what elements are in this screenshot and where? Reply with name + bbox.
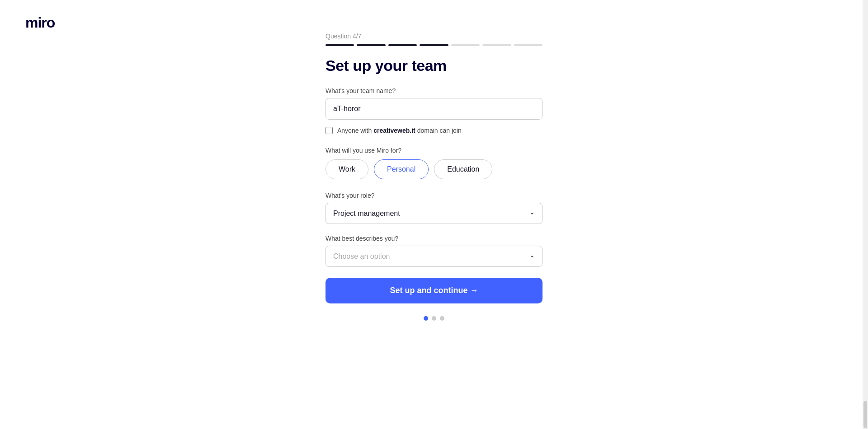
dot-1: [424, 316, 428, 321]
progress-segment-2: [357, 44, 385, 46]
progress-segment-5: [451, 44, 480, 46]
use-for-label: What will you use Miro for?: [326, 147, 542, 154]
team-name-input[interactable]: [326, 98, 542, 120]
option-education[interactable]: Education: [434, 159, 492, 179]
scrollbar-thumb[interactable]: [863, 401, 867, 428]
role-select[interactable]: Project management Engineering Design Ma…: [326, 203, 542, 224]
page-title: Set up your team: [326, 57, 542, 75]
main-container: Question 4/7 Set up your team What's you…: [0, 0, 868, 429]
dot-2: [432, 316, 436, 321]
submit-button[interactable]: Set up and continue →: [326, 278, 542, 303]
describe-select[interactable]: Choose an option Individual contributor …: [326, 246, 542, 267]
question-label: Question 4/7: [326, 33, 542, 40]
team-name-label: What's your team name?: [326, 87, 542, 94]
miro-logo: miro: [25, 14, 55, 31]
progress-segment-4: [420, 44, 448, 46]
role-label: What's your role?: [326, 192, 542, 199]
domain-checkbox-row: Anyone with creativeweb.it domain can jo…: [326, 127, 542, 134]
form-container: Question 4/7 Set up your team What's you…: [326, 33, 542, 321]
progress-segment-3: [388, 44, 417, 46]
pagination-dots: [326, 316, 542, 321]
dot-3: [440, 316, 444, 321]
describe-label: What best describes you?: [326, 235, 542, 242]
progress-segment-1: [326, 44, 354, 46]
scrollbar[interactable]: [863, 0, 868, 429]
option-personal[interactable]: Personal: [374, 159, 429, 179]
progress-segment-7: [514, 44, 542, 46]
use-for-button-group: Work Personal Education: [326, 159, 542, 179]
domain-checkbox[interactable]: [326, 127, 333, 134]
progress-bar: [326, 44, 542, 46]
option-work[interactable]: Work: [326, 159, 368, 179]
progress-segment-6: [482, 44, 511, 46]
domain-checkbox-label: Anyone with creativeweb.it domain can jo…: [337, 127, 462, 134]
